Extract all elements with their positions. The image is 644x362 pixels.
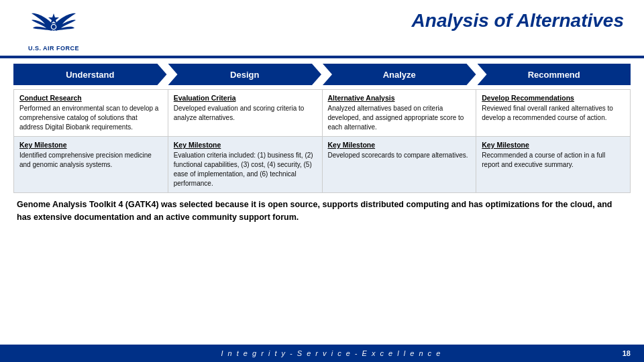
arrow-analyze: Analyze (323, 64, 476, 85)
footer-page: 18 (623, 349, 631, 357)
main-table: Conduct Research Performed an environmen… (13, 89, 631, 193)
table-row: Conduct Research Performed an environmen… (14, 90, 631, 137)
table-cell: Conduct Research Performed an environmen… (14, 90, 168, 137)
footer: I n t e g r i t y - S e r v i c e - E x … (0, 345, 644, 362)
table-cell: Alternative Analysis Analyzed alternativ… (322, 90, 476, 137)
table-cell: Key Milestone Recommended a course of ac… (476, 137, 631, 193)
table-cell: Key Milestone Identified comprehensive p… (14, 137, 168, 193)
table-cell: Evaluation Criteria Developed evaluation… (168, 90, 322, 137)
table-cell: Key Milestone Developed scorecards to co… (322, 137, 476, 193)
footer-tagline: I n t e g r i t y - S e r v i c e - E x … (40, 349, 623, 357)
usaf-logo (30, 7, 77, 44)
arrow-understand: Understand (13, 64, 167, 85)
bottom-text: Genome Analysis Toolkit 4 (GATK4) was se… (17, 198, 627, 224)
process-arrow-row: Understand Design Analyze Recommend (13, 64, 631, 85)
arrow-recommend: Recommend (478, 64, 631, 85)
arrow-design: Design (168, 64, 322, 85)
page-title: Analysis of Alternatives (94, 7, 631, 32)
logo-area: U.S. AIR FORCE (13, 7, 94, 52)
table-cell: Key Milestone Evaluation criteria includ… (168, 137, 322, 193)
table-cell: Develop Recommendations Reviewed final o… (476, 90, 631, 137)
svg-point-2 (52, 25, 56, 29)
logo-text: U.S. AIR FORCE (28, 45, 79, 52)
header: U.S. AIR FORCE Analysis of Alternatives (0, 0, 644, 52)
table-row: Key Milestone Identified comprehensive p… (14, 137, 631, 193)
blue-rule (0, 56, 644, 58)
